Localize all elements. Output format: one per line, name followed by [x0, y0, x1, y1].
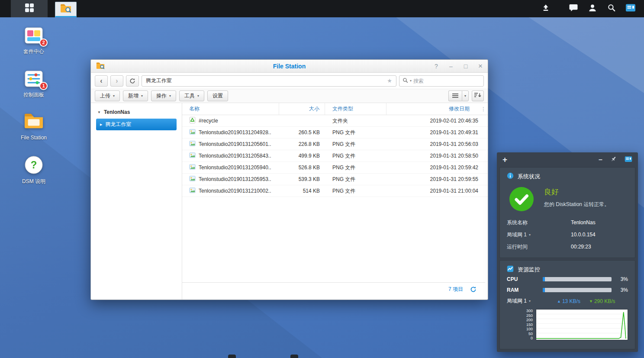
button-label: 设置 — [213, 92, 223, 100]
desktop-icon-package-center[interactable]: 2 套件中心 — [16, 25, 52, 55]
table-row[interactable]: Tenlonstudio20190131205843.. 499.9 KB PN… — [182, 150, 488, 162]
tree-root-label: TenlonNas — [104, 109, 130, 115]
health-status-block: 良好 您的 DiskStation 运转正常。 — [509, 187, 628, 213]
column-header-type[interactable]: 文件类型 — [325, 103, 386, 115]
table-row[interactable]: Tenlonstudio20190131205940.. 526.8 KB PN… — [182, 162, 488, 174]
user-menu-button[interactable] — [583, 0, 602, 17]
dropdown-caret-icon: ▾ — [113, 94, 115, 98]
tree-root-tenlonnas[interactable]: ▼ TenlonNas — [91, 107, 182, 117]
sort-icon — [474, 92, 481, 100]
create-button[interactable]: 新增 ▾ — [123, 90, 148, 101]
tree-item-shared-folder[interactable]: ▶ 腾龙工作室 — [96, 119, 177, 130]
desktop-icon-file-station[interactable]: File Station — [16, 112, 52, 141]
sort-button[interactable] — [472, 90, 484, 101]
cropped-desktop-icon — [290, 355, 298, 358]
pin-icon[interactable] — [610, 156, 617, 164]
lan-label-group[interactable]: 局域网 1 ▾ — [507, 297, 550, 305]
list-view-button[interactable] — [448, 90, 462, 101]
control-panel-icon: 1 — [24, 68, 44, 88]
table-row[interactable]: Tenlonstudio20190131210002.. 514 KB PNG … — [182, 185, 488, 197]
collapse-widgets-icon[interactable]: – — [599, 156, 602, 164]
resource-monitor-icon — [507, 265, 514, 274]
field-label: 系统名称 — [507, 219, 528, 226]
settings-button[interactable]: 设置 — [207, 90, 228, 101]
address-path-field[interactable]: 腾龙工作室 ★ — [142, 75, 396, 87]
column-header-name[interactable]: 名称 — [182, 103, 279, 115]
widget-title: 系统状况 — [518, 173, 540, 181]
network-traffic-chart — [536, 309, 628, 340]
cpu-usage-row: CPU 3% — [507, 274, 628, 284]
table-row[interactable]: Tenlonstudio20190131205953.. 539.3 KB PN… — [182, 174, 488, 185]
desktop-icon-control-panel[interactable]: 1 控制面板 — [16, 68, 52, 99]
cell-type: PNG 文件 — [325, 187, 386, 195]
window-titlebar[interactable]: File Station ? – □ × — [91, 60, 488, 73]
notifications-button[interactable] — [564, 0, 583, 17]
help-icon[interactable]: ? — [433, 63, 439, 70]
tree-collapse-icon[interactable]: ▶ — [100, 123, 102, 126]
file-name: Tenlonstudio20190131205953.. — [199, 176, 271, 182]
search-input[interactable] — [413, 78, 480, 84]
ram-usage-row: RAM 3% — [507, 284, 628, 295]
network-chart-block: 300 250 200 150 100 50 0 — [507, 309, 628, 340]
back-button[interactable]: ‹ — [95, 75, 108, 87]
cell-name: Tenlonstudio20190131205940.. — [182, 164, 279, 171]
file-station-icon — [60, 3, 71, 15]
refresh-button[interactable] — [126, 75, 139, 87]
cell-type: PNG 文件 — [325, 141, 386, 148]
eject-external-device-button[interactable] — [536, 0, 555, 17]
resource-monitor-title-row[interactable]: 资源监控 — [507, 265, 628, 274]
column-options-icon[interactable]: ⋮ — [479, 106, 488, 112]
lan-traffic-row: 局域网 1 ▾ ▲ 13 KB/s ▼ 290 KB/s — [507, 295, 628, 307]
refresh-icon[interactable] — [470, 286, 477, 293]
button-label: 新增 — [128, 92, 138, 100]
widgets-toggle-button[interactable] — [621, 0, 640, 17]
view-mode-caret-icon[interactable]: ▾ — [462, 90, 469, 101]
y-tick: 200 — [526, 318, 533, 322]
desktop-icon-label: 套件中心 — [16, 48, 52, 55]
search-scope-caret-icon[interactable]: ▾ — [410, 79, 412, 83]
field-value: 10.0.0.154 — [571, 232, 596, 238]
cropped-desktop-icon — [228, 355, 236, 358]
cell-date: 2019-01-31 20:59:42 — [386, 164, 488, 171]
tree-expand-icon[interactable]: ▼ — [97, 110, 101, 114]
image-file-icon — [189, 140, 196, 148]
file-name: #recycle — [199, 118, 218, 124]
file-name: Tenlonstudio20190131204928.. — [199, 129, 271, 135]
table-row[interactable]: #recycle 文件夹 2019-02-01 20:46:35 — [182, 115, 488, 127]
recycle-folder-icon — [189, 117, 196, 125]
upload-button[interactable]: 上传 ▾ — [95, 90, 120, 101]
minimize-icon[interactable]: – — [448, 63, 454, 70]
table-row[interactable]: Tenlonstudio20190131204928.. 260.5 KB PN… — [182, 127, 488, 139]
badge-count: 2 — [39, 39, 48, 47]
widgets-header: + – — [497, 152, 638, 167]
dropdown-caret-icon: ▾ — [169, 94, 171, 98]
dropdown-caret-icon[interactable]: ▾ — [529, 233, 531, 237]
close-icon[interactable]: × — [477, 62, 483, 71]
column-header-size[interactable]: 大小 — [279, 103, 325, 115]
search-button[interactable] — [602, 0, 621, 17]
maximize-icon[interactable]: □ — [463, 63, 469, 70]
cell-name: Tenlonstudio20190131210002.. — [182, 187, 279, 195]
window-controls: ? – □ × — [433, 60, 483, 73]
download-value: 290 KB/s — [594, 298, 615, 304]
cell-date: 2019-01-31 20:59:55 — [386, 176, 488, 182]
add-widget-icon[interactable]: + — [502, 155, 507, 164]
taskbar-file-station-button[interactable] — [55, 2, 77, 17]
image-file-icon — [189, 175, 196, 183]
system-health-title-row[interactable]: 系统状况 — [507, 172, 628, 181]
action-button[interactable]: 操作 ▾ — [151, 90, 176, 101]
dropdown-caret-icon: ▾ — [197, 94, 199, 98]
ram-label: RAM — [507, 287, 543, 293]
main-menu-button[interactable] — [11, 0, 48, 17]
desktop-icon-dsm-help[interactable]: ? DSM 说明 — [16, 155, 52, 185]
health-fields: 系统名称 TenlonNas 局域网 1▾ 10.0.0.154 运行时间 00… — [507, 216, 628, 253]
favorite-star-icon[interactable]: ★ — [387, 77, 392, 84]
tools-button[interactable]: 工具 ▾ — [179, 90, 204, 101]
dock-panel-icon[interactable] — [625, 156, 632, 164]
file-list-area: 名称 大小 文件类型 修改日期 ⋮ #recycle 文件夹 2019-02-0… — [182, 103, 488, 300]
field-label: 局域网 1 — [507, 231, 527, 239]
forward-button[interactable]: › — [110, 75, 123, 87]
column-header-date[interactable]: 修改日期 — [386, 103, 479, 115]
table-row[interactable]: Tenlonstudio20190131205601.. 226.8 KB PN… — [182, 139, 488, 150]
desktop-icon-label: File Station — [16, 135, 52, 141]
